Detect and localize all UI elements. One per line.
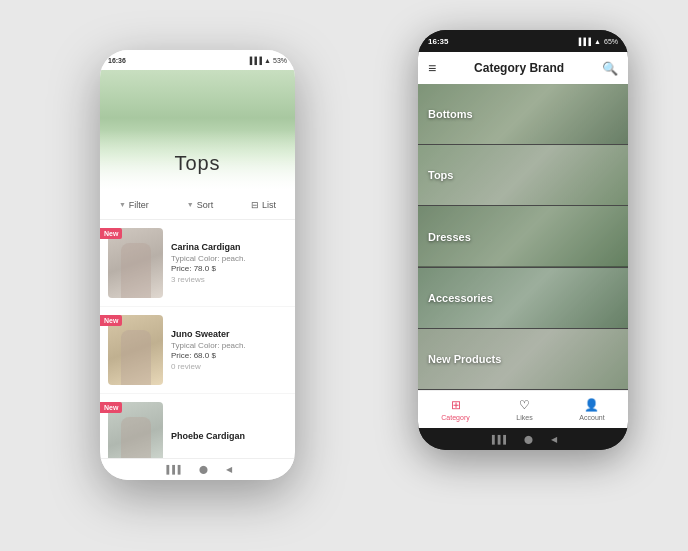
phone-front: 16:36 ▐▐▐ ▲ 53% Tops ▼ Filter ▼ Sort ⊟ L…: [100, 50, 295, 480]
filter-arrow-icon: ▼: [119, 201, 126, 208]
product-info-1: Carina Cardigan Typical Color: peach. Pr…: [171, 242, 287, 284]
sys-nav-1-back[interactable]: ▐▐▐: [489, 435, 506, 444]
hero-title: Tops: [174, 152, 220, 175]
sys-nav-3-back[interactable]: ◀: [551, 435, 557, 444]
category-new-products[interactable]: New Products: [418, 329, 628, 390]
status-icons-back: ▐▐▐ ▲ 65%: [576, 38, 618, 45]
category-bottoms-label: Bottoms: [428, 108, 473, 120]
sys-nav-2-back[interactable]: ⬤: [524, 435, 533, 444]
sys-nav-2-front[interactable]: ⬤: [199, 465, 208, 474]
sort-arrow-icon: ▼: [187, 201, 194, 208]
category-accessories-label: Accessories: [428, 292, 493, 304]
product-reviews-1: 3 reviews: [171, 275, 287, 284]
list-icon: ⊟: [251, 200, 259, 210]
category-bottoms[interactable]: Bottoms: [418, 84, 628, 145]
product-name-1: Carina Cardigan: [171, 242, 287, 252]
product-info-2: Juno Sweater Typical Color: peach. Price…: [171, 329, 287, 371]
status-bar-front: 16:36 ▐▐▐ ▲ 53%: [100, 50, 295, 70]
likes-nav-icon: ♡: [519, 398, 530, 412]
menu-icon[interactable]: ≡: [428, 60, 436, 76]
product-info-3: Phoebe Cardigan: [171, 431, 287, 443]
new-badge-1: New: [100, 228, 122, 239]
status-icons-front: ▐▐▐ ▲ 53%: [247, 57, 287, 64]
wifi-icon-front: ▲: [264, 57, 271, 64]
product-item-1[interactable]: New Carina Cardigan Typical Color: peach…: [100, 220, 295, 307]
signal-icon-back: ▐▐▐: [576, 38, 591, 45]
category-tops[interactable]: Tops: [418, 145, 628, 206]
time-back: 16:35: [428, 37, 448, 46]
sort-label: Sort: [197, 200, 214, 210]
product-figure-2: [121, 330, 151, 385]
system-nav-front: ▐▐▐ ⬤ ◀: [100, 458, 295, 480]
product-name-2: Juno Sweater: [171, 329, 287, 339]
product-reviews-2: 0 review: [171, 362, 287, 371]
product-figure-3: [121, 417, 151, 458]
category-dresses[interactable]: Dresses: [418, 206, 628, 267]
product-color-1: Typical Color: peach.: [171, 254, 287, 263]
hero-section: Tops: [100, 70, 295, 190]
list-button[interactable]: ⊟ List: [251, 200, 276, 210]
sort-button[interactable]: ▼ Sort: [187, 200, 213, 210]
category-nav-label: Category: [441, 414, 469, 421]
product-price-2: Price: 68.0 $: [171, 351, 287, 360]
nav-likes[interactable]: ♡ Likes: [516, 398, 532, 421]
sys-nav-3-front[interactable]: ◀: [226, 465, 232, 474]
product-price-1: Price: 78.0 $: [171, 264, 287, 273]
product-item-2[interactable]: New Juno Sweater Typical Color: peach. P…: [100, 307, 295, 394]
app-header-back: ≡ Category Brand 🔍: [418, 52, 628, 84]
wifi-icon-back: ▲: [594, 38, 601, 45]
sys-nav-1-front[interactable]: ▐▐▐: [163, 465, 180, 474]
new-badge-2: New: [100, 315, 122, 326]
account-nav-icon: 👤: [584, 398, 599, 412]
filter-bar: ▼ Filter ▼ Sort ⊟ List: [100, 190, 295, 220]
categories-list: Bottoms Tops Dresses Accessories New Pro…: [418, 84, 628, 390]
signal-icon-front: ▐▐▐: [247, 57, 262, 64]
product-list: New Carina Cardigan Typical Color: peach…: [100, 220, 295, 458]
nav-category[interactable]: ⊞ Category: [441, 398, 469, 421]
category-nav-icon: ⊞: [451, 398, 461, 412]
app-title-back: Category Brand: [474, 61, 564, 75]
category-dresses-label: Dresses: [428, 231, 471, 243]
category-tops-label: Tops: [428, 169, 453, 181]
time-front: 16:36: [108, 57, 126, 64]
battery-icon-back: 65%: [604, 38, 618, 45]
battery-icon-front: 53%: [273, 57, 287, 64]
nav-account[interactable]: 👤 Account: [579, 398, 604, 421]
phone-back: 16:35 ▐▐▐ ▲ 65% ≡ Category Brand 🔍 Botto…: [418, 30, 628, 450]
product-color-2: Typical Color: peach.: [171, 341, 287, 350]
scene: 16:35 ▐▐▐ ▲ 65% ≡ Category Brand 🔍 Botto…: [0, 0, 688, 551]
category-accessories[interactable]: Accessories: [418, 268, 628, 329]
category-new-label: New Products: [428, 353, 501, 365]
product-name-3: Phoebe Cardigan: [171, 431, 287, 441]
new-badge-3: New: [100, 402, 122, 413]
search-icon[interactable]: 🔍: [602, 61, 618, 76]
status-bar-back: 16:35 ▐▐▐ ▲ 65%: [418, 30, 628, 52]
list-label: List: [262, 200, 276, 210]
filter-label: Filter: [129, 200, 149, 210]
account-nav-label: Account: [579, 414, 604, 421]
system-nav-back: ▐▐▐ ⬤ ◀: [418, 428, 628, 450]
filter-button[interactable]: ▼ Filter: [119, 200, 149, 210]
likes-nav-label: Likes: [516, 414, 532, 421]
product-item-3[interactable]: New Phoebe Cardigan: [100, 394, 295, 458]
product-figure-1: [121, 243, 151, 298]
bottom-nav-back: ⊞ Category ♡ Likes 👤 Account: [418, 390, 628, 428]
